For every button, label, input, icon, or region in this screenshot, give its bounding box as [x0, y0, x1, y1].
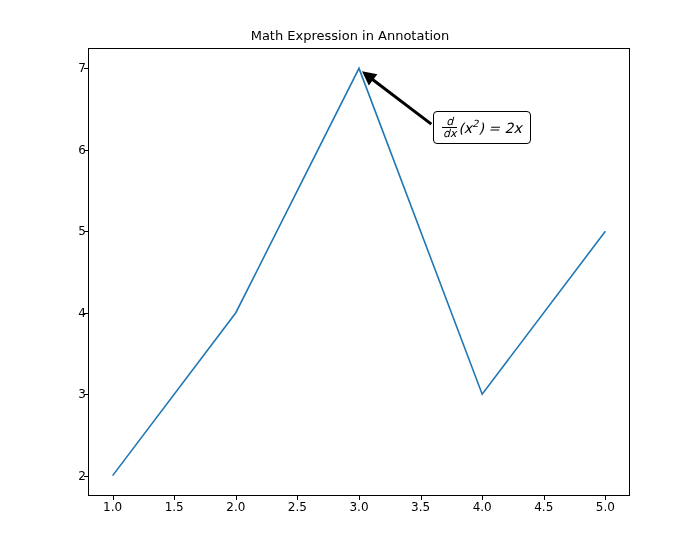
fraction-numerator: d	[445, 116, 454, 127]
frac-den-d: d	[443, 127, 450, 140]
x-tick-mark	[544, 496, 545, 500]
y-tick-mark	[84, 394, 88, 395]
y-tick-label: 2	[36, 469, 86, 483]
y-tick-mark	[84, 313, 88, 314]
fraction-denominator: dx	[442, 127, 458, 139]
x-tick-label: 4.0	[473, 500, 492, 514]
y-tick-mark	[84, 68, 88, 69]
x-tick-label: 1.5	[165, 500, 184, 514]
annot-part1: (x	[458, 120, 472, 136]
chart-svg	[88, 48, 630, 496]
x-tick-label: 1.0	[103, 500, 122, 514]
x-tick-label: 2.5	[288, 500, 307, 514]
x-tick-mark	[359, 496, 360, 500]
y-tick-label: 7	[36, 61, 86, 75]
annotation-box: d dx (x2) = 2x	[433, 111, 531, 144]
fraction: d dx	[442, 116, 458, 139]
x-tick-label: 3.5	[411, 500, 430, 514]
x-tick-label: 2.0	[226, 500, 245, 514]
y-tick-label: 3	[36, 387, 86, 401]
y-tick-label: 6	[36, 143, 86, 157]
x-tick-mark	[297, 496, 298, 500]
x-tick-label: 3.0	[349, 500, 368, 514]
x-tick-mark	[605, 496, 606, 500]
frac-den-x: x	[450, 127, 457, 140]
x-tick-mark	[421, 496, 422, 500]
chart-title: Math Expression in Annotation	[0, 28, 700, 43]
y-tick-mark	[84, 476, 88, 477]
annotation-expr: (x2) = 2x	[458, 119, 521, 136]
annot-part2: ) = 2x	[478, 120, 521, 136]
y-tick-label: 5	[36, 224, 86, 238]
annotation-arrow-line	[370, 77, 431, 124]
x-tick-label: 5.0	[596, 500, 615, 514]
x-tick-mark	[236, 496, 237, 500]
x-tick-mark	[113, 496, 114, 500]
x-tick-mark	[174, 496, 175, 500]
y-tick-mark	[84, 231, 88, 232]
x-tick-mark	[482, 496, 483, 500]
x-tick-label: 4.5	[534, 500, 553, 514]
y-tick-mark	[84, 150, 88, 151]
y-tick-label: 4	[36, 306, 86, 320]
data-line	[113, 68, 606, 475]
